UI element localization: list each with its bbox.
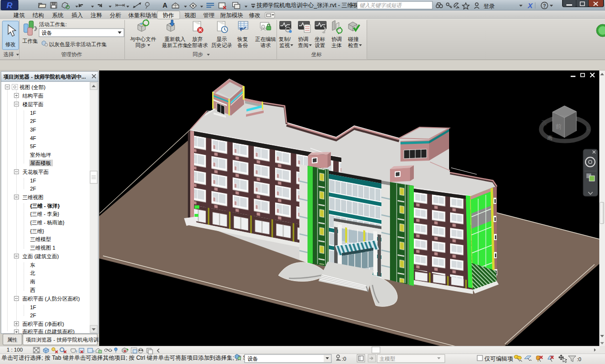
svg-text:重新载入: 重新载入 <box>164 36 185 42</box>
svg-text:面积平面 (人防分区面积): 面积平面 (人防分区面积) <box>22 296 80 302</box>
svg-text:4F: 4F <box>30 135 36 141</box>
svg-text:设备: 设备 <box>247 356 258 362</box>
svg-text:最新工作集: 最新工作集 <box>162 42 188 48</box>
svg-text:视图 (全部): 视图 (全部) <box>20 84 45 90</box>
svg-text:面积平面 (净面积): 面积平面 (净面积) <box>22 321 64 327</box>
svg-text:以灰色显示非活动工作集: 以灰色显示非活动工作集 <box>49 41 107 47</box>
svg-text:备份: 备份 <box>237 42 248 48</box>
svg-text:1F: 1F <box>30 178 36 183</box>
svg-text:活动工作集:: 活动工作集: <box>39 21 67 27</box>
svg-text:修改: 修改 <box>249 12 260 19</box>
svg-text:复制/: 复制/ <box>278 36 291 42</box>
svg-text:结构: 结构 <box>32 12 44 19</box>
svg-text:单击可进行选择; 按 Tab 键并单击可选择其他项目; 按: 单击可进行选择; 按 Tab 键并单击可选择其他项目; 按 Ctrl 键并单击可… <box>1 354 262 361</box>
svg-text:碰撞: 碰撞 <box>348 36 359 42</box>
svg-text:前: 前 <box>555 123 562 130</box>
svg-text:1F: 1F <box>30 304 36 310</box>
svg-text:西: 西 <box>542 120 547 126</box>
svg-text:键入关键字或短语: 键入关键字或短语 <box>359 2 402 8</box>
svg-text::0: :0 <box>577 356 581 362</box>
svg-text:{三维 - 李枭}: {三维 - 李枭} <box>30 211 59 217</box>
svg-text:楼层平面: 楼层平面 <box>22 101 43 107</box>
svg-text:立面 (建筑立面): 立面 (建筑立面) <box>22 253 59 259</box>
svg-text:注释: 注释 <box>91 12 102 19</box>
svg-text:放弃: 放弃 <box>192 36 203 42</box>
svg-text:请求: 请求 <box>260 42 271 48</box>
svg-text:属性: 属性 <box>7 337 18 343</box>
svg-text:{三维 - 张洋}: {三维 - 张洋} <box>30 203 60 209</box>
svg-text:西: 西 <box>30 287 35 293</box>
svg-text:协作: 协作 <box>163 12 174 19</box>
svg-text:管理协作: 管理协作 <box>61 51 82 57</box>
svg-text:R: R <box>7 1 13 10</box>
svg-text:建筑: 建筑 <box>13 12 25 19</box>
svg-text:5F: 5F <box>30 143 36 149</box>
svg-text:X: X <box>527 1 533 10</box>
svg-text:2F: 2F <box>30 118 36 124</box>
svg-text:南: 南 <box>547 135 553 141</box>
svg-text:体量和场地: 体量和场地 <box>128 12 157 19</box>
svg-text:主体: 主体 <box>331 42 342 48</box>
svg-text:检查: 检查 <box>348 42 359 48</box>
svg-text:分析: 分析 <box>110 12 121 19</box>
svg-text:天花板平面: 天花板平面 <box>22 169 49 175</box>
svg-text::0: :0 <box>342 356 346 362</box>
svg-text:正在编辑: 正在编辑 <box>255 36 276 42</box>
svg-text:北: 北 <box>30 270 35 276</box>
svg-text:历史记录: 历史记录 <box>211 42 232 48</box>
svg-text:面积平面 (总建筑面积): 面积平面 (总建筑面积) <box>22 329 74 334</box>
svg-text:协调: 协调 <box>331 36 342 42</box>
svg-text:?: ? <box>543 3 546 9</box>
svg-text:三维视图 1: 三维视图 1 <box>30 245 55 251</box>
svg-text:系统: 系统 <box>52 12 63 19</box>
svg-text:项目浏览器 - 技师学院机电培训中...: 项目浏览器 - 技师学院机电培训中... <box>3 73 86 80</box>
svg-text:同步: 同步 <box>193 51 203 57</box>
svg-text:2F: 2F <box>30 186 36 192</box>
svg-text:仅可编辑项: 仅可编辑项 <box>484 355 513 362</box>
svg-text:A: A <box>163 1 167 9</box>
svg-text:东: 东 <box>585 126 591 132</box>
svg-text:屋面楼板: 屋面楼板 <box>30 160 51 166</box>
svg-text:结构平面: 结构平面 <box>22 93 43 99</box>
svg-text:3F: 3F <box>30 127 36 132</box>
svg-text:登录: 登录 <box>483 3 495 10</box>
svg-text:修改: 修改 <box>5 41 16 47</box>
svg-text:{三维}: {三维} <box>30 228 44 234</box>
svg-text:坐标: 坐标 <box>315 36 325 42</box>
svg-text:选择: 选择 <box>3 51 14 57</box>
svg-text:三维模型: 三维模型 <box>30 236 51 242</box>
svg-text:协调: 协调 <box>298 36 308 42</box>
svg-text:设置: 设置 <box>315 42 325 48</box>
svg-text:附加模块: 附加模块 <box>220 12 243 19</box>
svg-text:主模型: 主模型 <box>379 356 395 362</box>
svg-text:视图: 视图 <box>184 12 196 19</box>
svg-text:1 : 100: 1 : 100 <box>7 347 23 353</box>
svg-text:与中心文件: 与中心文件 <box>130 36 156 42</box>
svg-text:工作集: 工作集 <box>22 38 38 44</box>
svg-text:坐标: 坐标 <box>311 51 322 57</box>
svg-text:管理: 管理 <box>203 12 215 19</box>
svg-text:室外地坪: 室外地坪 <box>30 152 51 158</box>
svg-text:南: 南 <box>30 279 35 284</box>
svg-text:三维视图: 三维视图 <box>22 194 43 200</box>
svg-text:1F: 1F <box>30 110 36 116</box>
svg-text:恢复: 恢复 <box>237 36 248 42</box>
svg-text:9: 9 <box>92 350 94 353</box>
svg-text:2F: 2F <box>30 313 36 318</box>
svg-text:查阅: 查阅 <box>298 42 308 48</box>
svg-text:显示: 显示 <box>216 36 227 42</box>
svg-text:9: 9 <box>75 350 77 353</box>
svg-text:东: 东 <box>30 262 35 268</box>
svg-text:全部请求: 全部请求 <box>187 42 208 48</box>
svg-text:{三维 - 杨雨迪}: {三维 - 杨雨迪} <box>30 220 64 225</box>
svg-text:插入: 插入 <box>72 12 83 19</box>
svg-text:项目浏览器 - 技师学院机电培训...: 项目浏览器 - 技师学院机电培训... <box>26 337 99 343</box>
svg-text:设备: 设备 <box>41 30 52 36</box>
svg-text:监视: 监视 <box>279 42 290 48</box>
svg-text:同步: 同步 <box>135 42 146 48</box>
